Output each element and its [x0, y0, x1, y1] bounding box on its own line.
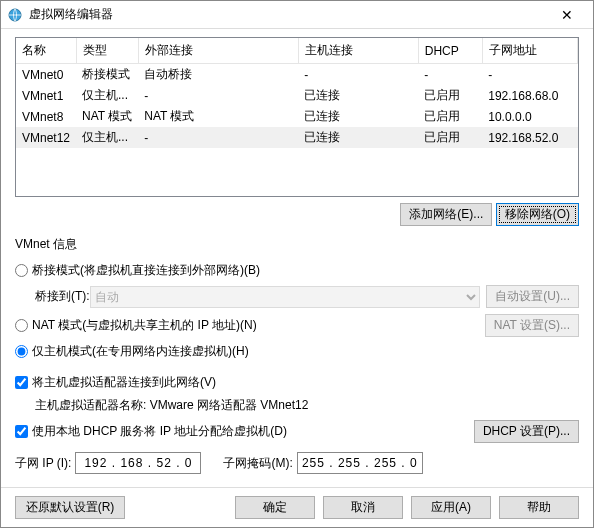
hostonly-label: 仅主机模式(在专用网络内连接虚拟机)(H) [32, 343, 249, 360]
subnet-mask-input[interactable]: 255 . 255 . 255 . 0 [297, 452, 423, 474]
subnet-ip-label: 子网 IP (I): [15, 455, 71, 472]
col-subnet[interactable]: 子网地址 [482, 38, 577, 64]
cell-type: NAT 模式 [76, 106, 138, 127]
close-button[interactable]: ✕ [547, 3, 587, 27]
cell-name: VMnet0 [16, 64, 76, 86]
cell-subnet: 192.168.52.0 [482, 127, 577, 148]
bridged-to-select: 自动 [90, 286, 481, 308]
cell-dhcp: 已启用 [418, 85, 482, 106]
connect-adapter-check[interactable]: 将主机虚拟适配器连接到此网络(V) [15, 374, 579, 391]
auto-settings-button: 自动设置(U)... [486, 285, 579, 308]
cell-name: VMnet1 [16, 85, 76, 106]
nat-radio[interactable]: NAT 模式(与虚拟机共享主机的 IP 地址)(N) [15, 317, 257, 334]
window-title: 虚拟网络编辑器 [29, 6, 547, 23]
cell-subnet: 10.0.0.0 [482, 106, 577, 127]
restore-defaults-button[interactable]: 还原默认设置(R) [15, 496, 125, 519]
table-row[interactable]: VMnet1仅主机...-已连接已启用192.168.68.0 [16, 85, 578, 106]
dialog-footer: 还原默认设置(R) 确定 取消 应用(A) 帮助 [1, 487, 593, 527]
cell-dhcp: - [418, 64, 482, 86]
col-external[interactable]: 外部连接 [138, 38, 298, 64]
titlebar: 虚拟网络编辑器 ✕ [1, 1, 593, 29]
subnet-mask-label: 子网掩码(M): [223, 455, 292, 472]
cancel-button[interactable]: 取消 [323, 496, 403, 519]
cell-name: VMnet8 [16, 106, 76, 127]
table-row[interactable]: VMnet12仅主机...-已连接已启用192.168.52.0 [16, 127, 578, 148]
cell-type: 桥接模式 [76, 64, 138, 86]
cell-ext: NAT 模式 [138, 106, 298, 127]
table-row[interactable]: VMnet0桥接模式自动桥接--- [16, 64, 578, 86]
cell-host: 已连接 [298, 106, 418, 127]
use-dhcp-label: 使用本地 DHCP 服务将 IP 地址分配给虚拟机(D) [32, 423, 287, 440]
connect-adapter-label: 将主机虚拟适配器连接到此网络(V) [32, 374, 216, 391]
cell-ext: - [138, 85, 298, 106]
cell-ext: 自动桥接 [138, 64, 298, 86]
adapter-name-label: 主机虚拟适配器名称: [35, 397, 146, 414]
table-row[interactable]: VMnet8NAT 模式NAT 模式已连接已启用10.0.0.0 [16, 106, 578, 127]
network-list[interactable]: 名称 类型 外部连接 主机连接 DHCP 子网地址 VMnet0桥接模式自动桥接… [15, 37, 579, 197]
cell-subnet: 192.168.68.0 [482, 85, 577, 106]
col-host[interactable]: 主机连接 [298, 38, 418, 64]
remove-network-button[interactable]: 移除网络(O) [496, 203, 579, 226]
cell-host: 已连接 [298, 127, 418, 148]
content-area: 名称 类型 外部连接 主机连接 DHCP 子网地址 VMnet0桥接模式自动桥接… [1, 29, 593, 487]
ok-button[interactable]: 确定 [235, 496, 315, 519]
cell-dhcp: 已启用 [418, 106, 482, 127]
help-button[interactable]: 帮助 [499, 496, 579, 519]
col-dhcp[interactable]: DHCP [418, 38, 482, 64]
subnet-ip-input[interactable]: 192 . 168 . 52 . 0 [75, 452, 201, 474]
hostonly-radio[interactable]: 仅主机模式(在专用网络内连接虚拟机)(H) [15, 343, 579, 360]
bridged-label: 桥接模式(将虚拟机直接连接到外部网络)(B) [32, 262, 260, 279]
nat-settings-button: NAT 设置(S)... [485, 314, 579, 337]
bridged-to-label: 桥接到(T): [35, 288, 90, 305]
cell-dhcp: 已启用 [418, 127, 482, 148]
use-dhcp-check[interactable]: 使用本地 DHCP 服务将 IP 地址分配给虚拟机(D) [15, 423, 287, 440]
add-network-button[interactable]: 添加网络(E)... [400, 203, 492, 226]
cell-type: 仅主机... [76, 85, 138, 106]
cell-subnet: - [482, 64, 577, 86]
col-name[interactable]: 名称 [16, 38, 76, 64]
col-type[interactable]: 类型 [76, 38, 138, 64]
nat-label: NAT 模式(与虚拟机共享主机的 IP 地址)(N) [32, 317, 257, 334]
vmnet-info-title: VMnet 信息 [15, 236, 579, 253]
cell-host: 已连接 [298, 85, 418, 106]
cell-host: - [298, 64, 418, 86]
cell-ext: - [138, 127, 298, 148]
bridged-radio[interactable]: 桥接模式(将虚拟机直接连接到外部网络)(B) [15, 262, 579, 279]
dhcp-settings-button[interactable]: DHCP 设置(P)... [474, 420, 579, 443]
cell-type: 仅主机... [76, 127, 138, 148]
app-icon [7, 7, 23, 23]
apply-button[interactable]: 应用(A) [411, 496, 491, 519]
cell-name: VMnet12 [16, 127, 76, 148]
adapter-name-value: VMware 网络适配器 VMnet12 [150, 397, 309, 414]
